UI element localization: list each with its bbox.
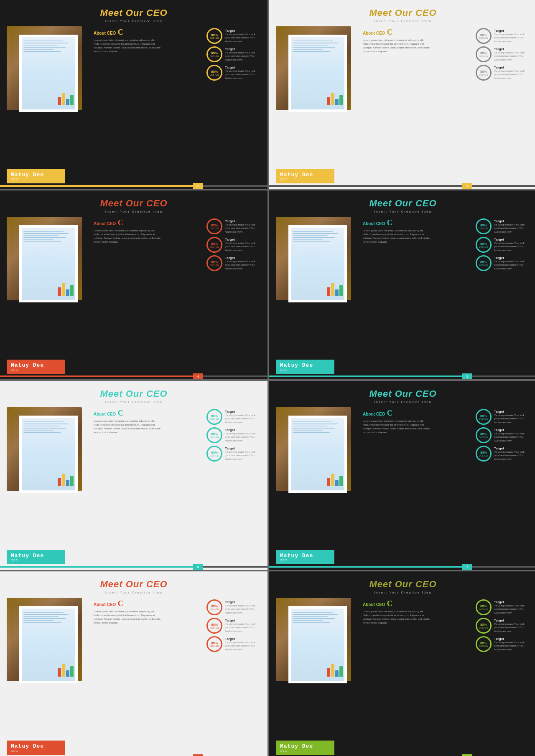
metric-title: Target [225,29,261,33]
metric-title: Target [225,637,261,641]
metric-sub: DESIGN [210,227,219,230]
footer-page-number: 6 [193,564,203,570]
footer-bar-left [0,566,193,568]
metric-text: Target It's using to make Your look good… [225,238,261,252]
footer-page-number: 8 [193,754,203,756]
metric-desc: It's using to make Your look good and aw… [494,604,530,614]
metric-sub: DESIGN [479,645,488,647]
person-name: Matuy Dee [280,743,330,749]
paper-lines [23,612,74,624]
metric-circle: 85% DESIGN [476,46,492,62]
metric-desc: It's using to make Your look good and aw… [494,241,530,252]
info-area: About CEO C Lorem ipsum dolor sit amet, … [363,26,472,183]
paper-content [291,418,344,490]
footer-bar-right [203,185,268,187]
about-header: About CEO C [363,409,472,418]
metric-title: Target [225,619,261,622]
ceo-icon: C [387,409,392,418]
slide-content: Matuy Dee CEO About CEO C Lorem ipsum do… [0,213,268,377]
metric-desc: It's using to make Your look good and aw… [494,432,530,442]
metric-sub: DESIGN [210,454,219,457]
paper-content [22,609,75,681]
slide-content: Matuy Dee CEO About CEO C Lorem ipsum do… [0,594,268,756]
metric-circle: 85% DESIGN [476,599,492,615]
metric-text: Target It's using to make Your look good… [225,410,261,424]
slide-title: Meet Our CEO [269,381,535,399]
metric-circle: 85% DESIGN [476,618,492,634]
metric-item: 85% DESIGN Target It's using to make You… [476,618,530,634]
info-area: About CEO C Lorem ipsum dolor sit amet, … [363,407,472,564]
metric-sub: DESIGN [479,454,488,457]
about-header: About CEO C [94,599,203,608]
paper-frame [288,35,347,112]
footer-bar-right [203,375,268,377]
metric-item: 85% DESIGN Target It's using to make You… [476,255,530,271]
slide-footer: 5 [269,373,535,379]
metric-circle: 85% DESIGN [206,409,222,425]
metric-title: Target [494,219,530,223]
metric-item: 85% DESIGN Target It's using to make You… [476,636,530,652]
metric-item: 85% DESIGN Target It's using to make You… [206,46,261,62]
metric-circle: 85% DESIGN [476,28,492,44]
info-area: About CEO C Lorem ipsum dolor sit amet, … [94,407,203,564]
metric-text: Target It's using to make Your look good… [225,47,261,61]
metrics-area: 85% DESIGN Target It's using to make You… [476,598,530,755]
metric-desc: It's using to make Your look good and aw… [225,641,261,651]
ceo-icon: C [387,218,392,227]
lorem-text: Lorem ipsum dolor sit amet, consectetur … [363,610,430,625]
metric-circle: 85% DESIGN [476,218,492,234]
metric-text: Target It's using to make Your look good… [225,29,261,43]
metric-circle: 85% DESIGN [476,409,492,425]
metric-text: Target It's using to make Your look good… [225,256,261,270]
metric-title: Target [494,619,530,622]
metric-text: Target It's using to make Your look good… [225,446,261,461]
about-label: About CEO [363,412,385,416]
metric-percent: 85% [480,51,487,55]
ceo-icon: C [118,28,123,37]
metric-item: 85% DESIGN Target It's using to make You… [206,599,261,615]
metric-text: Target It's using to make Your look good… [494,410,530,424]
metric-title: Target [494,446,530,450]
metric-text: Target It's using to make Your look good… [494,256,530,270]
paper-content [291,609,344,681]
metric-sub: DESIGN [479,608,488,611]
metric-title: Target [225,256,261,260]
footer-bar-left [0,375,193,377]
metric-item: 85% DESIGN Target It's using to make You… [476,446,530,462]
metric-percent: 85% [211,604,218,608]
info-area: About CEO C Lorem ipsum dolor sit amet, … [94,598,203,755]
metric-text: Target It's using to make Your look good… [494,428,530,442]
metric-desc: It's using to make Your look good and aw… [494,223,530,233]
slide-footer: 7 [269,564,535,570]
paper-lines [293,421,343,434]
person-name: Matuy Dee [280,172,330,178]
slide-footer: 2 [0,183,268,189]
lorem-text: Lorem ipsum dolor sit amet, consectetur … [94,38,160,53]
metric-percent: 85% [480,451,487,454]
metric-item: 85% DESIGN Target It's using to make You… [476,28,530,44]
metric-desc: It's using to make Your look good and aw… [494,450,530,461]
metric-circle: 85% DESIGN [476,446,492,462]
metric-item: 85% DESIGN Target It's using to make You… [206,446,261,462]
ceo-role: CEO [280,368,330,371]
footer-bar-left [269,375,462,377]
metrics-area: 85% DESIGN Target It's using to make You… [206,407,261,564]
metric-desc: It's using to make Your look good and aw… [225,223,261,233]
ceo-role: CEO [280,749,330,752]
paper-chart [58,474,74,486]
metric-item: 85% DESIGN Target It's using to make You… [206,218,261,234]
metric-desc: It's using to make Your look good and aw… [225,260,261,270]
metric-desc: It's using to make Your look good and aw… [494,51,530,61]
footer-page-number: 7 [462,564,472,570]
metric-text: Target It's using to make Your look good… [225,619,261,633]
ceo-role: CEO [11,368,61,371]
metric-text: Target It's using to make Your look good… [494,619,530,633]
metric-text: Target It's using to make Your look good… [225,66,261,80]
metric-percent: 85% [480,432,487,436]
ceo-icon: C [118,409,123,418]
footer-page-number: 1 [462,183,472,189]
paper-lines [23,41,74,53]
metric-title: Target [494,600,530,604]
paper-lines [293,41,343,53]
slide-footer: 1 [269,183,535,189]
